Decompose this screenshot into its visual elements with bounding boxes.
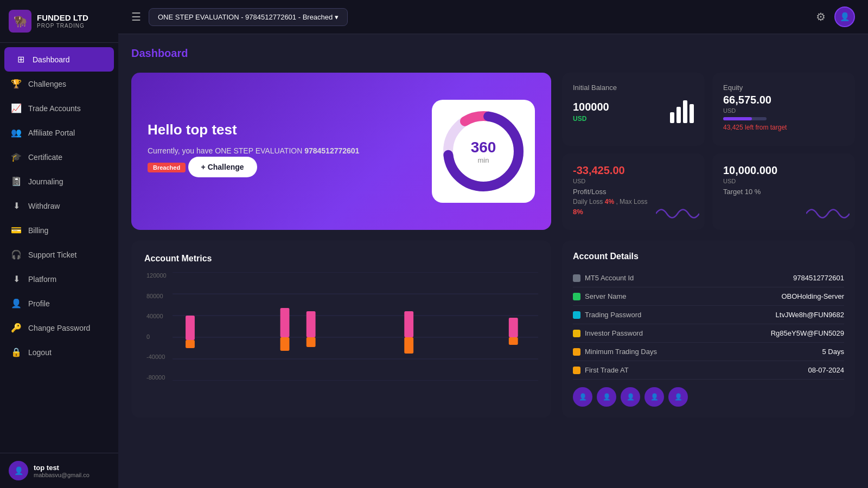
main-content: ☰ ONE STEP EVALUATION - 9784512772601 - … <box>118 0 868 488</box>
svg-rect-9 <box>186 316 195 340</box>
target-card: 10,000.000 USD Target 10 % <box>712 153 855 230</box>
equity-progress-bar <box>723 117 767 120</box>
sidebar-item-certificate[interactable]: 🎓 Certificate <box>0 145 118 169</box>
donut-center: 360 min <box>471 139 496 164</box>
dot-mt5 <box>573 274 580 282</box>
avatar-2: 👤 <box>597 387 616 407</box>
avatar-3: 👤 <box>621 387 640 407</box>
sidebar-item-withdraw[interactable]: ⬇ Withdraw <box>0 194 118 218</box>
logout-icon: 🔒 <box>11 347 22 357</box>
bar-2 <box>676 107 681 123</box>
hero-greeting: Hello top test <box>148 121 359 138</box>
equity-value: 66,575.00 <box>723 94 844 106</box>
bars-svg <box>173 272 538 381</box>
detail-value-investor-password: Rg85eY5W@FUN5029 <box>771 329 844 337</box>
avatar-1: 👤 <box>573 387 592 407</box>
brand-name: FUNDED LTD <box>37 13 88 23</box>
bottom-grid: Account Metrics 120000 80000 40000 0 -40… <box>131 241 855 418</box>
account-metrics-section: Account Metrics 120000 80000 40000 0 -40… <box>131 241 551 418</box>
detail-row-mt5: MT5 Account Id 9784512772601 <box>573 269 844 287</box>
chart-wrapper: 120000 80000 40000 0 -40000 -80000 <box>144 272 538 381</box>
equity-currency: USD <box>723 107 844 114</box>
profile-icon: 👤 <box>11 298 22 309</box>
user-avatar-topbar[interactable]: 👤 <box>834 7 855 27</box>
avatar-5: 👤 <box>668 387 688 407</box>
avatar-4: 👤 <box>644 387 664 407</box>
bar-4 <box>690 104 694 123</box>
sidebar-item-logout[interactable]: 🔒 Logout <box>0 340 118 364</box>
detail-value-trading-password: LtvJWe8h@FUN9682 <box>776 311 844 319</box>
balance-bars-chart <box>670 96 694 123</box>
challenge-button[interactable]: + Challenge <box>188 157 257 177</box>
sidebar-item-affiliate[interactable]: 👥 Affiliate Portal <box>0 120 118 145</box>
billing-icon: 💳 <box>11 225 22 235</box>
journaling-icon: 📓 <box>11 176 22 187</box>
target-value: 10,000.000 <box>723 164 844 177</box>
stat-cards: Initial Balance 100000 USD <box>562 73 855 230</box>
pnl-wave <box>656 203 699 224</box>
user-name: top test <box>34 464 90 472</box>
initial-balance-value: 100000 <box>573 101 609 113</box>
svg-rect-17 <box>509 318 518 337</box>
pnl-currency: USD <box>573 178 694 184</box>
equity-card: Equity 66,575.00 USD 43,425 left from ta… <box>712 73 855 146</box>
sidebar-item-change-password[interactable]: 🔑 Change Password <box>0 316 118 340</box>
sidebar-item-support[interactable]: 🎧 Support Ticket <box>0 242 118 267</box>
detail-value-first-trade: 08-07-2024 <box>808 366 845 374</box>
detail-row-first-trade: First Trade AT 08-07-2024 <box>573 361 844 380</box>
change-password-icon: 🔑 <box>11 323 22 333</box>
menu-toggle[interactable]: ☰ <box>131 10 141 23</box>
donut-label: min <box>471 156 496 164</box>
trade-accounts-icon: 📈 <box>11 103 22 113</box>
hero-card: Hello top test Currently, you have ONE S… <box>131 73 551 230</box>
sidebar-item-trade-accounts[interactable]: 📈 Trade Accounts <box>0 96 118 120</box>
donut-chart: 360 min <box>432 100 535 203</box>
target-wave <box>806 203 850 224</box>
account-details-card: Account Details MT5 Account Id 978451277… <box>562 241 855 418</box>
sidebar-item-dashboard[interactable]: ⊞ Dashboard <box>4 47 114 72</box>
topbar: ☰ ONE STEP EVALUATION - 9784512772601 - … <box>118 0 868 34</box>
page-content: Dashboard Hello top test Currently, you … <box>118 34 868 488</box>
detail-row-min-days: Minimum Trading Days 5 Days <box>573 343 844 361</box>
page-title: Dashboard <box>131 47 855 60</box>
svg-rect-10 <box>186 340 195 348</box>
donut-value: 360 <box>471 139 496 156</box>
sidebar-logo: 🦬 FUNDED LTD PROP TRADING <box>0 0 118 43</box>
sidebar-item-billing[interactable]: 💳 Billing <box>0 218 118 242</box>
dot-min-days <box>573 348 580 356</box>
detail-value-mt5: 9784512772601 <box>793 274 844 282</box>
sidebar-item-platform[interactable]: ⬇ Platform <box>0 267 118 291</box>
account-details-title: Account Details <box>573 252 844 261</box>
sidebar-item-profile[interactable]: 👤 Profile <box>0 291 118 316</box>
pnl-card: -33,425.00 USD Profit/Loss Daily Loss 4%… <box>562 153 705 230</box>
dashboard-icon: ⊞ <box>15 54 26 65</box>
top-grid: Hello top test Currently, you have ONE S… <box>131 73 855 230</box>
certificate-icon: 🎓 <box>11 152 22 162</box>
dot-investor-password <box>573 330 580 337</box>
equity-progress-fill <box>723 117 752 120</box>
sidebar-user: 👤 top test mabbasvu@gmail.co <box>0 453 118 488</box>
dot-trading-password <box>573 311 580 319</box>
sidebar: 🦬 FUNDED LTD PROP TRADING ⊞ Dashboard 🏆 … <box>0 0 118 488</box>
support-icon: 🎧 <box>11 249 22 260</box>
affiliate-icon: 👥 <box>11 127 22 138</box>
settings-icon[interactable]: ⚙ <box>816 10 826 23</box>
user-email: mabbasvu@gmail.co <box>34 472 90 478</box>
initial-balance-currency: USD <box>573 115 586 123</box>
dot-first-trade <box>573 367 580 374</box>
account-selector[interactable]: ONE STEP EVALUATION - 9784512772601 - Br… <box>149 8 348 26</box>
initial-balance-card: Initial Balance 100000 USD <box>562 73 705 146</box>
brand-sub: PROP TRADING <box>37 23 88 29</box>
detail-value-min-days: 5 Days <box>822 348 844 356</box>
sidebar-item-challenges[interactable]: 🏆 Challenges <box>0 72 118 96</box>
withdraw-icon: ⬇ <box>11 201 22 211</box>
equity-label: Equity <box>723 84 844 92</box>
pnl-label: Profit/Loss <box>573 188 694 196</box>
y-axis-labels: 120000 80000 40000 0 -40000 -80000 <box>144 272 169 381</box>
user-avatar: 👤 <box>9 461 28 480</box>
account-metrics-title: Account Metrics <box>144 254 538 264</box>
sidebar-item-journaling[interactable]: 📓 Journaling <box>0 169 118 194</box>
svg-rect-11 <box>280 308 290 337</box>
svg-rect-12 <box>280 337 290 351</box>
svg-rect-18 <box>509 337 518 345</box>
